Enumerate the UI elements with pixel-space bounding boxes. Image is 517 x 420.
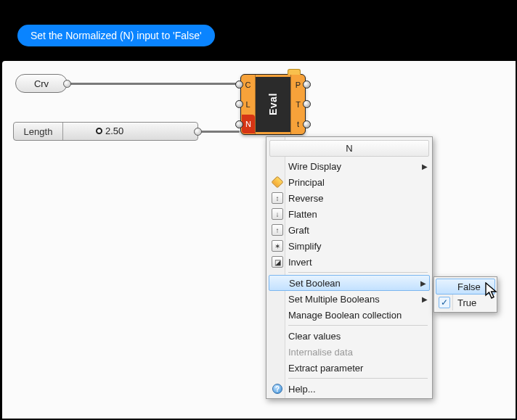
checkmark-icon: ✓: [439, 297, 450, 308]
submenu-false[interactable]: False: [436, 279, 495, 295]
menu-principal[interactable]: Principal: [268, 174, 431, 190]
menu-help[interactable]: ? Help...: [268, 381, 431, 397]
wire-crv-to-eval: [68, 83, 240, 85]
n-port-highlight: N: [242, 115, 255, 133]
slider-knob-icon: [96, 128, 102, 134]
menu-extract-parameter[interactable]: Extract parameter: [268, 360, 431, 376]
eval-inputs-column: C L N: [241, 75, 256, 134]
evaluate-curve-component[interactable]: C L N Eval P T t: [240, 74, 306, 135]
wire-length-to-eval: [200, 131, 240, 133]
submenu-arrow-icon: ▶: [420, 279, 426, 287]
output-p[interactable]: P: [291, 75, 305, 94]
menu-internalise-data: Internalise data: [268, 344, 431, 360]
menu-simplify[interactable]: ✶ Simplify: [268, 238, 431, 254]
eval-outputs-column: P T t: [290, 75, 305, 134]
socket-icon: [235, 120, 243, 128]
crv-param[interactable]: Crv: [15, 74, 68, 93]
context-menu[interactable]: N Wire Display ▶ Principal ↕ Reverse ↓ F…: [266, 136, 433, 399]
instruction-callout: Set the Normalized (N) input to 'False': [17, 25, 215, 46]
eval-label: Eval: [256, 77, 290, 132]
flatten-icon: ↓: [272, 208, 283, 220]
menu-set-boolean[interactable]: Set Boolean ▶: [269, 275, 430, 291]
socket-icon: [235, 81, 243, 88]
slider-output-socket[interactable]: [194, 128, 202, 136]
number-slider[interactable]: Length 2.50: [13, 122, 198, 141]
socket-icon: [303, 81, 311, 88]
help-icon: ?: [272, 384, 282, 394]
output-t-upper[interactable]: T: [291, 94, 305, 114]
menu-set-multiple-booleans[interactable]: Set Multiple Booleans ▶: [268, 291, 431, 307]
output-t-lower[interactable]: t: [291, 115, 305, 134]
menu-separator: [288, 325, 428, 326]
menu-separator: [288, 272, 428, 273]
slider-track[interactable]: 2.50: [63, 123, 198, 140]
set-boolean-submenu[interactable]: False ✓ True: [433, 276, 497, 313]
menu-manage-boolean-collection[interactable]: Manage Boolean collection: [268, 307, 431, 323]
crv-label: Crv: [34, 78, 49, 89]
input-l[interactable]: L: [241, 94, 255, 114]
slider-value: 2.50: [105, 125, 123, 136]
input-n[interactable]: N: [241, 115, 255, 134]
submenu-arrow-icon: ▶: [422, 295, 428, 303]
menu-invert[interactable]: ◪ Invert: [268, 254, 431, 270]
component-cap-icon: [288, 69, 301, 75]
crv-output-socket[interactable]: [63, 80, 71, 88]
invert-icon: ◪: [272, 256, 283, 268]
menu-wire-display[interactable]: Wire Display ▶: [268, 158, 431, 174]
menu-flatten[interactable]: ↓ Flatten: [268, 206, 431, 222]
socket-icon: [235, 100, 243, 108]
menu-graft[interactable]: ↑ Graft: [268, 222, 431, 238]
submenu-true[interactable]: ✓ True: [436, 295, 495, 310]
socket-icon: [303, 120, 311, 128]
grasshopper-canvas[interactable]: Crv Length 2.50 C L N Eval P T t N: [2, 61, 516, 419]
simplify-icon: ✶: [272, 240, 283, 252]
reverse-icon: ↕: [272, 192, 283, 204]
menu-title: N: [269, 140, 429, 157]
principal-icon: [272, 176, 284, 189]
graft-icon: ↑: [272, 224, 283, 236]
input-c[interactable]: C: [241, 75, 255, 94]
slider-label: Length: [14, 123, 63, 140]
slider-thumb[interactable]: 2.50: [96, 125, 123, 136]
menu-reverse[interactable]: ↕ Reverse: [268, 190, 431, 206]
socket-icon: [303, 100, 311, 108]
menu-separator: [288, 378, 428, 379]
menu-clear-values[interactable]: Clear values: [268, 328, 431, 344]
instruction-text: Set the Normalized (N) input to 'False': [30, 30, 202, 41]
submenu-arrow-icon: ▶: [422, 162, 428, 170]
